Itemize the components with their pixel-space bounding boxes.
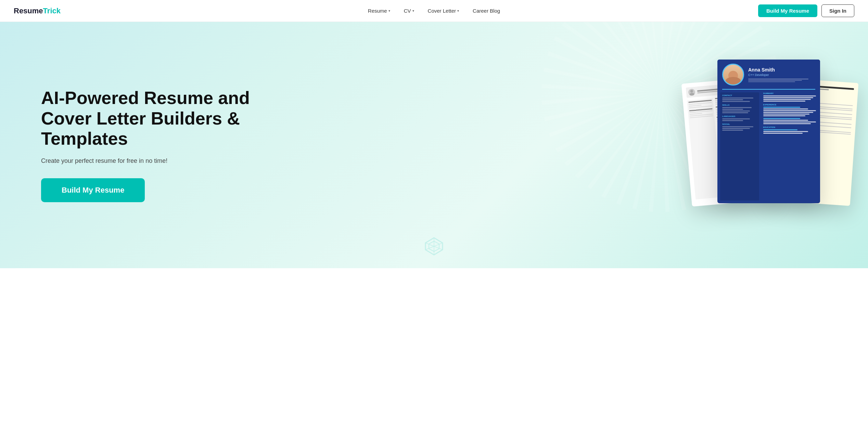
sign-in-button[interactable]: Sign In xyxy=(821,4,854,17)
chevron-down-icon: ▾ xyxy=(457,9,459,13)
hero-title: AI-Powered Resume and Cover Letter Build… xyxy=(41,88,274,149)
nav-item-resume[interactable]: Resume ▾ xyxy=(362,5,396,16)
chevron-down-icon: ▾ xyxy=(388,9,390,13)
nav-item-career-blog[interactable]: Career Blog xyxy=(467,5,506,16)
bottom-watermark xyxy=(424,236,444,258)
hero-subtitle: Create your perfect resume for free in n… xyxy=(41,157,274,165)
hero-content: AI-Powered Resume and Cover Letter Build… xyxy=(41,88,274,202)
resume-mockups: Anna Smith C++ Developer Contact Skil xyxy=(697,60,841,231)
nav-item-cv[interactable]: CV ▾ xyxy=(398,5,420,16)
build-resume-button[interactable]: Build My Resume xyxy=(758,4,817,17)
nav-item-cover-letter[interactable]: Cover Letter ▾ xyxy=(422,5,465,16)
chevron-down-icon: ▾ xyxy=(412,9,414,13)
resume-avatar-placeholder xyxy=(688,89,695,96)
hero-build-resume-button[interactable]: Build My Resume xyxy=(41,178,145,202)
site-header: ResumeTrick Resume ▾ CV ▾ Cover Letter ▾… xyxy=(0,0,868,22)
resume-mockup-main: Anna Smith C++ Developer Contact Skil xyxy=(717,60,820,203)
main-nav: Resume ▾ CV ▾ Cover Letter ▾ Career Blog xyxy=(362,5,506,16)
avatar xyxy=(722,64,744,86)
resume-role: C++ Developer xyxy=(748,73,815,77)
svg-point-1 xyxy=(689,93,694,96)
svg-point-0 xyxy=(690,90,693,93)
hero-section: AI-Powered Resume and Cover Letter Build… xyxy=(0,22,868,268)
site-logo[interactable]: ResumeTrick xyxy=(14,6,61,15)
resume-name: Anna Smith xyxy=(748,67,815,73)
header-actions: Build My Resume Sign In xyxy=(758,4,854,17)
